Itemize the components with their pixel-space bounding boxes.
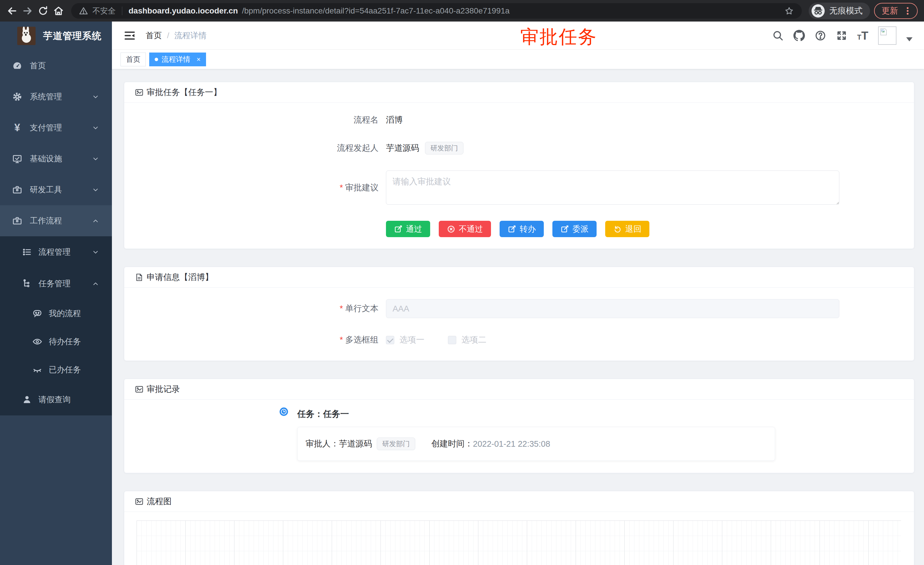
tab-label: 首页 (126, 54, 140, 64)
checkbox-option-1[interactable]: 选项一 (386, 334, 424, 346)
browser-menu-icon[interactable] (903, 6, 912, 16)
record-panel: 审批人： 芋道源码 研发部门 创建时间： 2022-01-21 22:35:08 (297, 427, 775, 461)
close-icon[interactable]: × (196, 56, 201, 63)
avatar-dropdown-caret-icon[interactable] (906, 37, 912, 41)
checkbox-option-2[interactable]: 选项二 (448, 334, 486, 346)
edit-icon (394, 225, 403, 233)
sidebar-item-home[interactable]: 首页 (0, 50, 112, 81)
delegate-button[interactable]: 委派 (552, 221, 597, 237)
approver-label: 审批人： (306, 438, 339, 449)
field-label: 单行文本 (124, 303, 378, 314)
approve-task-card: 审批任务【任务一】 流程名 滔博 流程发起人 芋道源码 研发部门 (124, 82, 914, 249)
sidebar-item-payment[interactable]: ¥ 支付管理 (0, 112, 112, 143)
document-icon (135, 273, 144, 282)
sidebar-item-infra[interactable]: 基础设施 (0, 143, 112, 174)
card-header: 流程图 (124, 491, 914, 512)
sidebar-item-label: 已办任务 (49, 364, 81, 375)
sidebar-item-label: 请假查询 (39, 394, 70, 405)
created-label: 创建时间： (431, 438, 473, 449)
bookmark-star-icon[interactable] (784, 6, 794, 16)
address-bar[interactable]: 不安全 dashboard.yudao.iocoder.cn /bpm/proc… (71, 3, 802, 19)
sidebar-item-task-mgmt[interactable]: 任务管理 (0, 268, 112, 299)
chevron-down-icon (92, 124, 99, 131)
form-row-single-text: 单行文本 (124, 299, 914, 318)
sidebar-item-workflow[interactable]: 工作流程 (0, 205, 112, 236)
return-button[interactable]: 退回 (605, 221, 650, 237)
robot-face-icon (32, 308, 42, 319)
form-row-approve-opinion: 审批建议 (124, 171, 914, 205)
sidebar-item-label: 研发工具 (30, 184, 62, 195)
task-title: 任务：任务一 (297, 408, 914, 420)
tree-icon (22, 278, 32, 289)
form-row-initiator: 流程发起人 芋道源码 研发部门 (124, 142, 914, 155)
checkbox-unchecked-icon[interactable] (448, 336, 456, 344)
breadcrumb-current: 流程详情 (174, 30, 207, 41)
fullscreen-icon[interactable] (836, 30, 848, 41)
approve-button[interactable]: 通过 (386, 221, 430, 237)
search-icon[interactable] (772, 30, 784, 41)
monitor-icon (12, 153, 22, 164)
briefcase-icon (12, 216, 22, 226)
address-divider (122, 7, 122, 15)
checkbox-checked-icon[interactable] (386, 336, 394, 344)
chevron-down-icon (92, 155, 99, 162)
back-icon[interactable] (6, 5, 18, 17)
sidebar-item-done-tasks[interactable]: 已办任务 (0, 356, 112, 384)
dept-tag: 研发部门 (377, 437, 415, 450)
card-title: 申请信息【滔博】 (147, 272, 213, 283)
app-logo-row[interactable]: 芋道管理系统 (0, 21, 112, 50)
sidebar-item-devtools[interactable]: 研发工具 (0, 174, 112, 205)
picture-icon (135, 385, 144, 394)
transfer-button[interactable]: 转办 (500, 221, 544, 237)
initiator-name: 芋道源码 (386, 143, 419, 154)
field-label: 流程名 (124, 114, 378, 126)
breadcrumb: 首页 / 流程详情 (146, 30, 207, 41)
list-icon (22, 247, 32, 257)
browser-toolbar: 不安全 dashboard.yudao.iocoder.cn /bpm/proc… (0, 0, 924, 21)
picture-icon (135, 497, 144, 506)
sidebar-item-label: 流程管理 (39, 246, 70, 257)
page-annotation: 审批任务 (520, 24, 597, 50)
url-host: dashboard.yudao.iocoder.cn (129, 6, 238, 15)
chevron-up-icon (92, 217, 99, 224)
browser-update-button[interactable]: 更新 (874, 3, 918, 19)
forward-icon[interactable] (22, 5, 33, 17)
chevron-down-icon (92, 186, 99, 194)
yen-icon: ¥ (12, 123, 22, 133)
single-text-input[interactable] (386, 299, 839, 318)
sidebar-item-process-mgmt[interactable]: 流程管理 (0, 236, 112, 268)
sidebar-item-my-process[interactable]: 我的流程 (0, 299, 112, 328)
eye-closed-icon (32, 365, 42, 375)
eye-icon (32, 337, 42, 347)
active-dot-icon (154, 58, 158, 61)
breadcrumb-home[interactable]: 首页 (146, 30, 162, 41)
process-diagram-card: 流程图 (124, 491, 914, 565)
not-secure-warning-icon (79, 6, 88, 16)
github-icon[interactable] (794, 30, 805, 41)
home-icon[interactable] (53, 5, 64, 17)
sidebar-item-todo-tasks[interactable]: 待办任务 (0, 328, 112, 356)
edit-icon (560, 225, 569, 233)
collapse-sidebar-icon[interactable] (123, 29, 136, 42)
bpmn-canvas[interactable] (136, 520, 901, 565)
edit-icon (508, 225, 516, 233)
help-icon[interactable] (814, 30, 826, 41)
approve-opinion-textarea[interactable] (386, 171, 839, 205)
sidebar-item-label: 任务管理 (39, 278, 70, 289)
avatar[interactable] (878, 26, 897, 45)
sidebar-item-label: 支付管理 (30, 122, 62, 133)
tab-home[interactable]: 首页 (120, 53, 146, 66)
approval-record-card: 审批记录 任务：任务一 审批人： 芋道源码 研发部门 创建时间： (124, 379, 914, 473)
field-value: 芋道源码 研发部门 (386, 142, 464, 155)
sidebar-item-leave-query[interactable]: 请假查询 (0, 384, 112, 415)
sidebar-item-system[interactable]: 系统管理 (0, 81, 112, 112)
dept-tag: 研发部门 (425, 142, 464, 155)
reject-button[interactable]: 不通过 (439, 221, 491, 237)
dashboard-icon (12, 60, 22, 71)
page-content: 审批任务【任务一】 流程名 滔博 流程发起人 芋道源码 研发部门 (112, 69, 924, 565)
font-size-icon[interactable]: TT (857, 30, 868, 41)
app-title: 芋道管理系统 (43, 30, 102, 42)
tags-view-bar: 首页 流程详情 × (112, 50, 924, 69)
reload-icon[interactable] (37, 5, 49, 17)
tab-process-detail[interactable]: 流程详情 × (149, 53, 206, 66)
